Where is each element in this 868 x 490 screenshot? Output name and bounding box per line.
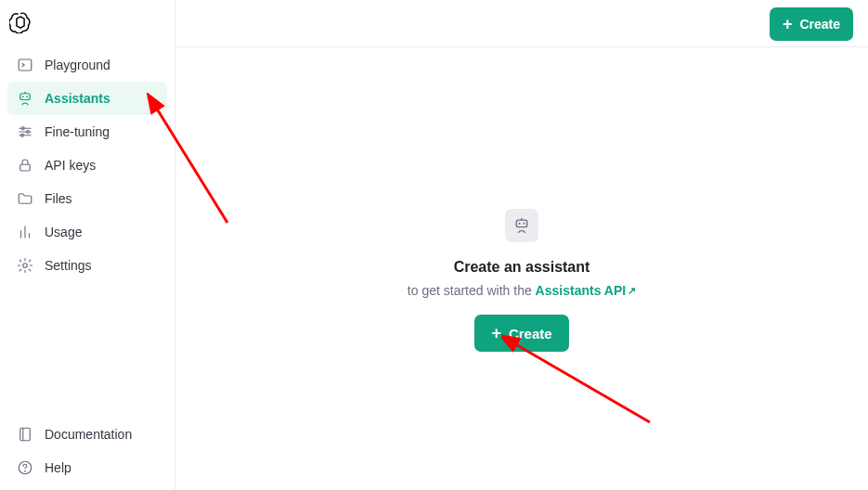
sidebar-item-label: Help [45,460,71,475]
empty-state-subtext: to get started with the Assistants API↗ [408,283,636,298]
sidebar-item-settings[interactable]: Settings [7,249,167,282]
terminal-icon [17,57,33,73]
svg-point-13 [519,224,520,225]
gear-icon [17,257,33,274]
topbar: + Create [175,0,868,47]
assistants-api-link[interactable]: Assistants API↗ [536,283,637,298]
sidebar-item-label: Documentation [45,427,132,442]
sidebar-item-usage[interactable]: Usage [7,215,167,249]
sidebar-item-label: Usage [45,225,82,239]
sidebar-nav: Playground Assistants Fine-tuning API ke… [0,45,175,286]
sidebar-item-api-keys[interactable]: API keys [7,148,167,182]
button-label: Create [799,17,840,32]
robot-icon [17,90,33,107]
folder-icon [17,190,33,207]
svg-point-11 [25,471,26,471]
help-icon [17,459,33,476]
svg-point-14 [524,224,525,225]
button-label: Create [509,326,552,342]
robot-icon [512,216,531,235]
sidebar-item-playground[interactable]: Playground [7,48,167,82]
svg-rect-12 [516,220,527,227]
sidebar-item-label: Playground [45,58,110,72]
sliders-icon [17,123,33,140]
sidebar-item-documentation[interactable]: Documentation [7,418,167,451]
lock-icon [17,157,33,174]
create-button-top[interactable]: + Create [770,7,853,41]
sidebar-item-help[interactable]: Help [7,451,167,484]
sidebar-item-assistants[interactable]: Assistants [7,82,167,115]
sidebar: Playground Assistants Fine-tuning API ke… [0,0,175,490]
sidebar-bottom: Documentation Help [0,414,175,490]
chart-icon [17,224,33,240]
external-link-icon: ↗ [628,285,636,296]
svg-rect-9 [20,428,31,441]
create-button-center[interactable]: + Create [474,315,568,352]
sidebar-item-label: Settings [45,258,92,273]
sidebar-item-label: API keys [45,158,96,173]
svg-rect-7 [20,164,31,171]
sidebar-item-label: Fine-tuning [45,124,110,139]
sidebar-item-files[interactable]: Files [7,182,167,215]
svg-rect-1 [20,94,31,100]
sidebar-item-fine-tuning[interactable]: Fine-tuning [7,115,167,148]
svg-rect-0 [19,59,32,71]
plus-icon: + [783,16,793,32]
assistant-icon-chip [505,209,538,242]
plus-icon: + [491,325,501,342]
main-panel: + Create Create an assistant to get star… [175,0,868,490]
svg-point-3 [27,97,28,97]
sidebar-item-label: Files [45,191,72,206]
empty-state-heading: Create an assistant [454,259,590,276]
svg-point-2 [22,97,23,97]
sidebar-item-label: Assistants [45,91,110,106]
openai-logo[interactable] [0,0,175,45]
book-icon [17,426,33,443]
subtext-prefix: to get started with the [408,283,536,298]
svg-point-8 [23,264,28,268]
empty-state: Create an assistant to get started with … [175,209,868,352]
